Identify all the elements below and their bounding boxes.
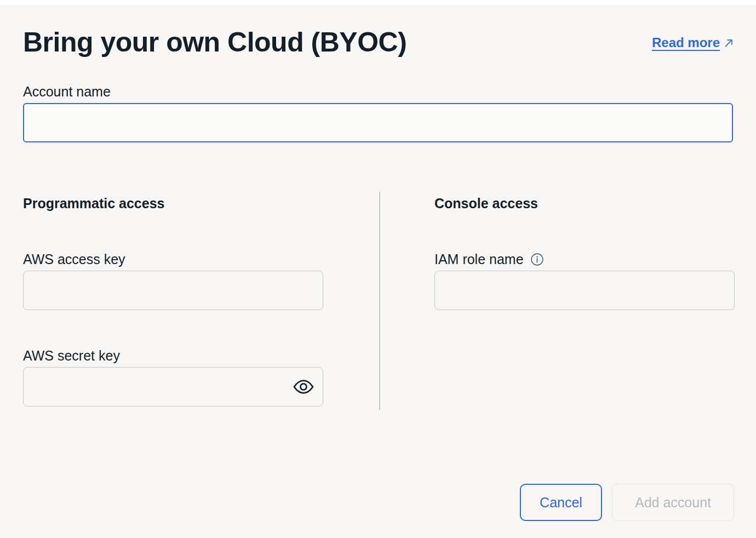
aws-access-key-label: AWS access key bbox=[23, 251, 125, 267]
read-more-link[interactable]: Read more bbox=[652, 35, 734, 50]
account-name-input[interactable] bbox=[23, 103, 733, 142]
aws-secret-key-input[interactable] bbox=[23, 367, 323, 407]
window-top-edge bbox=[0, 0, 756, 5]
info-circle-icon[interactable] bbox=[530, 253, 544, 266]
iam-role-name-input[interactable] bbox=[434, 271, 735, 310]
programmatic-access-heading: Programmatic access bbox=[23, 195, 323, 211]
aws-access-key-input[interactable] bbox=[23, 271, 323, 310]
read-more-label: Read more bbox=[652, 35, 720, 50]
account-name-label: Account name bbox=[23, 83, 111, 100]
byoc-dialog: Bring your own Cloud (BYOC) Read more Ac… bbox=[0, 0, 756, 538]
toggle-secret-visibility-button[interactable] bbox=[289, 373, 318, 401]
console-access-heading: Console access bbox=[434, 195, 735, 211]
page-title: Bring your own Cloud (BYOC) bbox=[23, 26, 406, 59]
add-account-button[interactable]: Add account bbox=[612, 484, 734, 521]
iam-role-name-label: IAM role name bbox=[434, 251, 524, 267]
aws-secret-key-label: AWS secret key bbox=[23, 347, 120, 364]
console-access-section: Console access IAM role name bbox=[434, 192, 735, 310]
cancel-button[interactable]: Cancel bbox=[520, 484, 602, 521]
dialog-actions: Cancel Add account bbox=[520, 484, 734, 521]
eye-icon bbox=[292, 377, 315, 397]
section-divider bbox=[379, 192, 380, 410]
arrow-up-right-icon bbox=[724, 38, 734, 48]
programmatic-access-section: Programmatic access AWS access key AWS s… bbox=[23, 192, 323, 407]
